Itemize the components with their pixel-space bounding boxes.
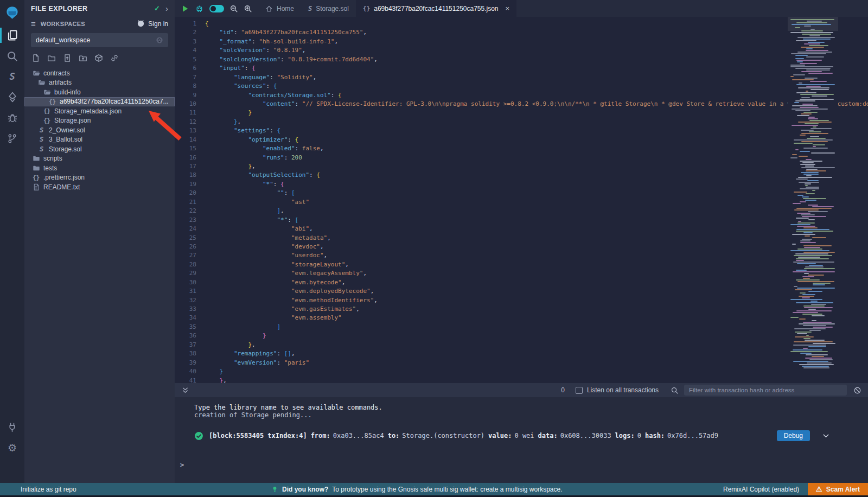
file-tree-item[interactable]: artifacts [24, 78, 175, 88]
code-line[interactable]: 13 "settings": { [175, 126, 868, 135]
file-tree-item[interactable]: S2_Owner.sol [24, 125, 175, 135]
solidity-compiler-icon[interactable]: S [0, 66, 24, 87]
terminal-prompt[interactable]: > [180, 461, 184, 469]
code-line[interactable]: 35 ] [175, 323, 868, 332]
file-tree-item[interactable]: {}Storage_metadata.json [24, 106, 175, 116]
debug-button[interactable]: Debug [777, 430, 810, 441]
close-tab-icon[interactable]: × [506, 4, 510, 12]
code-line[interactable]: 37 }, [175, 341, 868, 349]
run-script-icon[interactable] [181, 4, 189, 13]
expand-transaction-icon[interactable] [822, 432, 830, 440]
code-line[interactable]: 22 ], [175, 207, 868, 215]
new-file-icon[interactable] [31, 54, 40, 62]
code-line[interactable]: 31 "evm.deployedBytecode", [175, 287, 868, 296]
code-line[interactable]: 16 "runs": 200 [175, 154, 868, 162]
tab-label: a69b43f277ba20fcac141151250ca755.json [374, 5, 498, 12]
code-line[interactable]: 15 "enabled": false, [175, 144, 868, 153]
settings-icon[interactable]: ⚙ [0, 437, 24, 458]
code-editor[interactable]: 1{2 "id": "a69b43f277ba20fcac141151250ca… [175, 17, 868, 383]
transaction-filter-input[interactable] [684, 385, 847, 396]
code-line[interactable]: 5 "solcLongVersion": "0.8.19+commit.7dd6… [175, 55, 868, 64]
file-tree-item[interactable]: SStorage.sol [24, 144, 175, 154]
file-tree-item[interactable]: tests [24, 163, 175, 173]
upload-file-icon[interactable] [63, 54, 72, 62]
code-line[interactable]: 23 "*": [ [175, 216, 868, 225]
new-folder-icon[interactable] [47, 54, 56, 62]
code-line[interactable]: 9 "contracts/Storage.sol": { [175, 91, 868, 100]
zoom-out-icon[interactable] [229, 4, 238, 13]
deploy-and-run-icon[interactable] [0, 87, 24, 107]
code-line[interactable]: 2 "id": "a69b43f277ba20fcac141151250ca75… [175, 28, 868, 37]
file-tree-item[interactable]: build-info [24, 87, 175, 97]
code-line[interactable]: 39 "evmVersion": "paris" [175, 359, 868, 367]
tab-storage-sol[interactable]: SStorage.sol [301, 0, 356, 17]
tab-a69b43f277ba20fcac141151250ca755-json[interactable]: {}a69b43f277ba20fcac141151250ca755.json× [356, 0, 516, 17]
code-line[interactable]: 29 "evm.legacyAssembly", [175, 269, 868, 278]
remix-logo-icon[interactable] [0, 0, 24, 25]
code-line[interactable]: 12 }, [175, 118, 868, 126]
workspace-select[interactable]: default_workspace [31, 33, 168, 47]
transaction-log-row[interactable]: [block:5583405 txIndex:4] from:0xa03...8… [194, 430, 868, 441]
debugger-icon[interactable] [0, 107, 24, 128]
code-line[interactable]: 33 "evm.gasEstimates", [175, 305, 868, 314]
code-line[interactable]: 32 "evm.methodIdentifiers", [175, 296, 868, 305]
code-line[interactable]: 34 "evm.assembly" [175, 314, 868, 322]
file-tree-item[interactable]: {}Storage.json [24, 116, 175, 126]
code-line[interactable]: 41 }, [175, 377, 868, 384]
code-line[interactable]: 24 "abi", [175, 225, 868, 233]
code-line[interactable]: 25 "metadata", [175, 234, 868, 243]
code-line[interactable]: 3 "_format": "hh-sol-build-info-1", [175, 37, 868, 46]
hamburger-menu-icon[interactable]: ≡ [31, 20, 36, 28]
link-icon[interactable] [110, 54, 119, 62]
collapse-terminal-icon[interactable] [181, 386, 189, 394]
code-line[interactable]: 20 "": [ [175, 189, 868, 197]
git-icon[interactable] [0, 128, 24, 149]
minimap[interactable] [788, 17, 838, 383]
code-line[interactable]: 10 "content": "// SPDX-License-Identifie… [175, 100, 868, 109]
ai-copilot-toggle[interactable] [209, 5, 224, 12]
code-line[interactable]: 40 } [175, 367, 868, 376]
code-line[interactable]: 4 "solcVersion": "0.8.19", [175, 46, 868, 55]
box-icon[interactable] [94, 54, 103, 62]
terminal[interactable]: Type the library name to see available c… [175, 397, 868, 483]
code-line[interactable]: 18 "outputSelection": { [175, 171, 868, 180]
listen-all-transactions-checkbox[interactable] [576, 387, 583, 394]
github-sign-in[interactable]: Sign in [137, 20, 168, 28]
tab-home[interactable]: Home [258, 0, 301, 17]
line-number: 8 [175, 82, 205, 91]
code-line[interactable]: 26 "devdoc", [175, 243, 868, 251]
clear-console-icon[interactable] [853, 386, 861, 394]
file-tree-item[interactable]: {}.prettierrc.json [24, 173, 175, 183]
code-line[interactable]: 6 "input": { [175, 64, 868, 73]
home-icon [265, 5, 273, 12]
ai-robot-icon[interactable] [195, 4, 204, 13]
code-line[interactable]: 27 "userdoc", [175, 251, 868, 260]
copilot-status[interactable]: RemixAI Copilot (enabled) [723, 486, 799, 493]
upload-folder-icon[interactable] [79, 54, 87, 62]
code-line[interactable]: 21 "ast" [175, 198, 868, 207]
file-tree-item[interactable]: {}a69b43f277ba20fcac141151250ca7... [24, 97, 175, 107]
init-git-repo-button[interactable]: Initialize as git repo [21, 486, 76, 493]
zoom-in-icon[interactable] [244, 4, 252, 13]
file-tree-item[interactable]: S3_Ballot.sol [24, 135, 175, 145]
code-line[interactable]: 38 "remappings": [], [175, 349, 868, 358]
plugin-manager-icon[interactable] [0, 417, 24, 437]
file-tree-item[interactable]: scripts [24, 154, 175, 164]
code-line[interactable]: 17 }, [175, 162, 868, 171]
code-line[interactable]: 19 "*": { [175, 180, 868, 189]
code-line[interactable]: 14 "optimizer": { [175, 136, 868, 144]
code-line[interactable]: 8 "sources": { [175, 82, 868, 91]
file-explorer-icon[interactable] [0, 25, 24, 46]
code-line[interactable]: 11 } [175, 109, 868, 117]
code-line[interactable]: 1{ [175, 20, 868, 28]
search-icon[interactable] [0, 46, 24, 66]
terminal-search-icon[interactable] [671, 386, 679, 394]
code-line[interactable]: 28 "storageLayout", [175, 260, 868, 269]
code-line[interactable]: 36 } [175, 332, 868, 340]
code-line[interactable]: 30 "evm.bytecode", [175, 278, 868, 287]
file-tree-item[interactable]: README.txt [24, 182, 175, 192]
scam-alert-button[interactable]: ⚠ Scam Alert [808, 483, 868, 495]
code-line[interactable]: 7 "language": "Solidity", [175, 73, 868, 82]
chevron-right-icon[interactable]: › [165, 4, 168, 12]
file-tree-item[interactable]: contracts [24, 68, 175, 78]
